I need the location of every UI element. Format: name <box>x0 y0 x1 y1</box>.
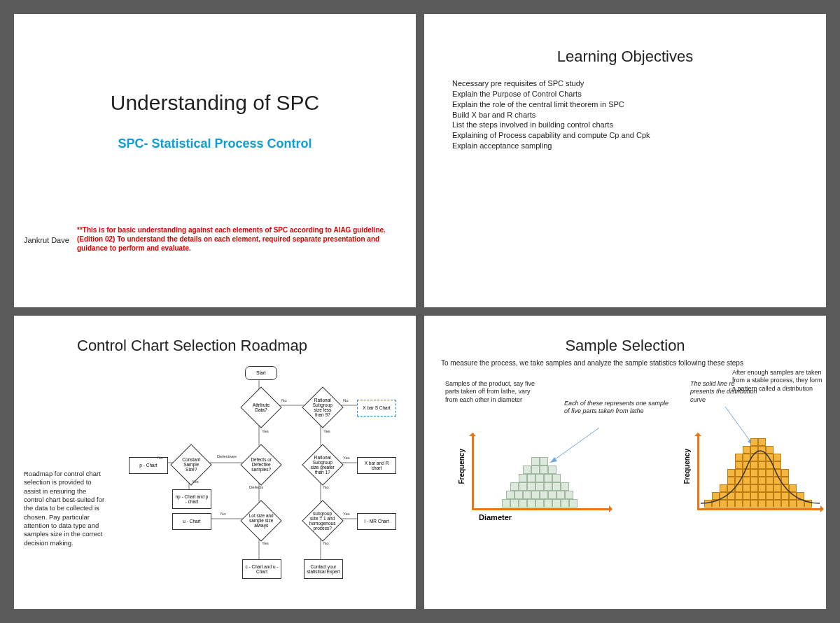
slide-2-objectives: Learning Objectives Necessary pre requis… <box>424 14 826 307</box>
flow-label-yes: Yes <box>323 429 330 433</box>
svg-marker-16 <box>550 457 557 463</box>
flow-u-chart: u - Chart <box>172 513 211 530</box>
flow-label-no: No <box>220 512 226 516</box>
list-item: Explain the role of the central limit th… <box>452 99 826 110</box>
presentation-subtitle: SPC- Statistical Process Control <box>14 136 416 152</box>
list-item: Explaining of Process capability and com… <box>452 130 826 141</box>
disclaimer-note: **This is for basic understanding agains… <box>77 225 395 253</box>
flow-start: Start <box>245 366 277 380</box>
flow-xbar-s: X bar S Chart <box>357 400 396 416</box>
roadmap-description: Roadmap for control chart selection is p… <box>24 470 108 547</box>
flow-label-yes: Yes <box>192 479 199 484</box>
flow-label-no: No <box>323 485 329 489</box>
bell-curve-icon <box>697 433 823 510</box>
flow-label-yes: Yes <box>262 429 269 433</box>
author-name: Jankrut Dave <box>24 236 69 244</box>
flow-label-yes: Yes <box>262 541 269 545</box>
list-item: Build X bar and R charts <box>452 110 826 120</box>
list-item: Explain the Purpose of Control Charts <box>452 89 826 99</box>
flow-label-no: No <box>158 456 163 460</box>
flow-imr-chart: I - MR Chart <box>357 513 396 530</box>
flowchart: Start Attribute Data? Rational Subgroup … <box>119 365 399 603</box>
flow-label-no: No <box>343 398 349 402</box>
flow-xbar-r: X bar and R chart <box>357 457 396 474</box>
slide-4-sample-selection: Sample Selection To measure the process,… <box>424 316 826 609</box>
flow-label-no: No <box>323 541 329 545</box>
slide-title: Control Chart Selection Roadmap <box>77 337 416 355</box>
flow-label-no: No <box>281 398 287 402</box>
flow-label-yes: Yes <box>343 512 350 516</box>
flow-expert: Contact your statistical Expert <box>304 559 343 579</box>
objectives-list: Necessary pre requisites of SPC study Ex… <box>452 78 826 151</box>
list-item: Necessary pre requisites of SPC study <box>452 78 826 89</box>
presentation-title: Understanding of SPC <box>14 91 416 115</box>
flow-label-defectives: Defectives <box>217 454 237 458</box>
flow-label-yes: Yes <box>343 456 350 460</box>
list-item: Explain acceptance sampling <box>452 141 826 151</box>
flow-c-chart: c - Chart and u - Chart <box>242 559 281 579</box>
list-item: List the steps involved in building cont… <box>452 120 826 130</box>
svg-line-15 <box>550 428 599 463</box>
slide-title: Learning Objectives <box>424 48 826 66</box>
slide-3-roadmap: Control Chart Selection Roadmap Roadmap … <box>14 316 416 609</box>
flow-np-chart: np - Chart and p - chart <box>172 489 211 509</box>
y-axis-label: Frequency <box>683 449 691 484</box>
slide-1-title: Understanding of SPC SPC- Statistical Pr… <box>14 14 416 307</box>
flow-label-defects: Defects <box>249 485 263 489</box>
